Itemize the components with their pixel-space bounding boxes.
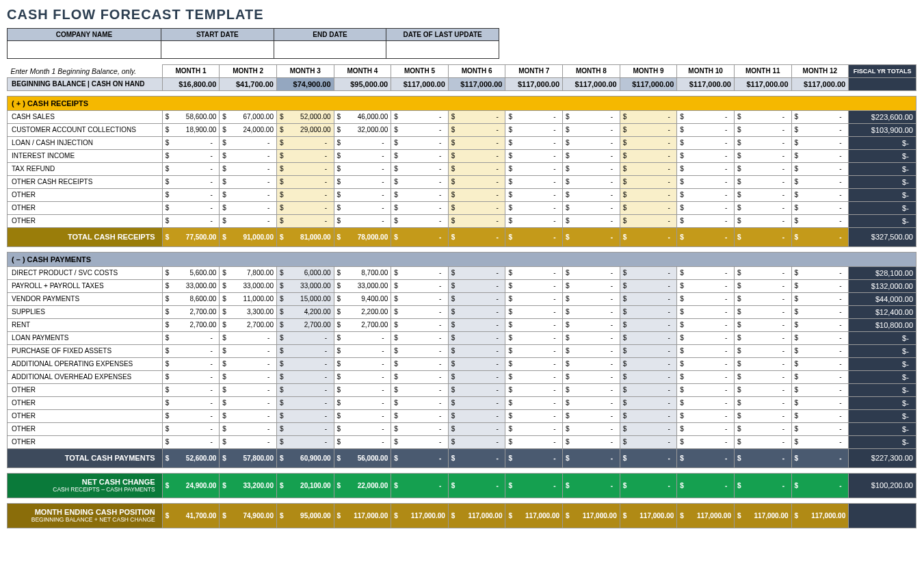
value-cell[interactable]: $78,000.00: [334, 227, 391, 246]
value-cell[interactable]: $-: [505, 409, 563, 422]
value-cell[interactable]: $-: [677, 123, 735, 136]
value-cell[interactable]: $-: [791, 201, 849, 214]
value-cell[interactable]: $-: [391, 162, 449, 175]
value-cell[interactable]: $-: [391, 344, 449, 357]
value-cell[interactable]: $-: [505, 435, 563, 448]
value-cell[interactable]: $33,000.00: [334, 279, 391, 292]
value-cell[interactable]: $-: [162, 149, 220, 162]
row-label[interactable]: OTHER: [8, 201, 163, 214]
value-cell[interactable]: $-: [505, 396, 563, 409]
value-cell[interactable]: $-: [620, 448, 677, 467]
value-cell[interactable]: $-: [620, 383, 677, 396]
value-cell[interactable]: $-: [791, 331, 849, 344]
value-cell[interactable]: $-: [677, 214, 735, 227]
value-cell[interactable]: $-: [162, 214, 220, 227]
value-cell[interactable]: $32,000.00: [334, 123, 391, 136]
value-cell[interactable]: $-: [162, 409, 220, 422]
value-cell[interactable]: $-: [563, 279, 620, 292]
value-cell[interactable]: $-: [734, 214, 791, 227]
value-cell[interactable]: $81,000.00: [276, 227, 334, 246]
value-cell[interactable]: $-: [391, 305, 449, 318]
value-cell[interactable]: $-: [677, 175, 735, 188]
value-cell[interactable]: $2,700.00: [276, 318, 334, 331]
value-cell[interactable]: $-: [162, 188, 220, 201]
info-input[interactable]: [274, 41, 386, 59]
value-cell[interactable]: $-: [391, 110, 449, 123]
value-cell[interactable]: $-: [276, 136, 334, 149]
row-label[interactable]: OTHER: [8, 435, 163, 448]
value-cell[interactable]: $-: [791, 473, 849, 498]
beginning-balance-value[interactable]: $117,000.00: [620, 77, 677, 90]
value-cell[interactable]: $-: [791, 227, 849, 246]
value-cell[interactable]: $-: [563, 435, 620, 448]
value-cell[interactable]: $-: [677, 357, 735, 370]
value-cell[interactable]: $-: [220, 357, 277, 370]
value-cell[interactable]: $-: [448, 305, 505, 318]
value-cell[interactable]: $-: [734, 266, 791, 279]
value-cell[interactable]: $-: [563, 383, 620, 396]
value-cell[interactable]: $-: [448, 214, 505, 227]
value-cell[interactable]: $-: [563, 344, 620, 357]
row-label[interactable]: RENT: [8, 318, 163, 331]
value-cell[interactable]: $-: [791, 214, 849, 227]
value-cell[interactable]: $-: [276, 383, 334, 396]
value-cell[interactable]: $-: [505, 188, 563, 201]
value-cell[interactable]: $-: [620, 473, 677, 498]
row-label[interactable]: PAYROLL + PAYROLL TAXES: [8, 279, 163, 292]
value-cell[interactable]: $-: [220, 383, 277, 396]
value-cell[interactable]: $-: [791, 409, 849, 422]
value-cell[interactable]: $-: [334, 162, 391, 175]
value-cell[interactable]: $-: [620, 279, 677, 292]
value-cell[interactable]: $-: [620, 370, 677, 383]
value-cell[interactable]: $-: [334, 331, 391, 344]
value-cell[interactable]: $-: [334, 370, 391, 383]
value-cell[interactable]: $-: [276, 188, 334, 201]
value-cell[interactable]: $-: [734, 331, 791, 344]
value-cell[interactable]: $-: [448, 422, 505, 435]
value-cell[interactable]: $-: [391, 149, 449, 162]
value-cell[interactable]: $-: [620, 396, 677, 409]
value-cell[interactable]: $-: [791, 162, 849, 175]
value-cell[interactable]: $-: [791, 422, 849, 435]
value-cell[interactable]: $-: [391, 214, 449, 227]
value-cell[interactable]: $117,000.00: [620, 503, 677, 528]
value-cell[interactable]: $4,200.00: [276, 305, 334, 318]
value-cell[interactable]: $-: [563, 448, 620, 467]
value-cell[interactable]: $-: [505, 448, 563, 467]
value-cell[interactable]: $-: [162, 435, 220, 448]
value-cell[interactable]: $6,000.00: [276, 266, 334, 279]
value-cell[interactable]: $-: [791, 266, 849, 279]
value-cell[interactable]: $-: [276, 422, 334, 435]
value-cell[interactable]: $15,000.00: [276, 292, 334, 305]
value-cell[interactable]: $-: [391, 370, 449, 383]
value-cell[interactable]: $-: [791, 136, 849, 149]
value-cell[interactable]: $-: [734, 175, 791, 188]
value-cell[interactable]: $-: [734, 409, 791, 422]
value-cell[interactable]: $-: [505, 318, 563, 331]
value-cell[interactable]: $-: [505, 357, 563, 370]
value-cell[interactable]: $-: [334, 383, 391, 396]
value-cell[interactable]: $-: [220, 370, 277, 383]
value-cell[interactable]: $-: [791, 175, 849, 188]
value-cell[interactable]: $91,000.00: [220, 227, 277, 246]
value-cell[interactable]: $11,000.00: [220, 292, 277, 305]
value-cell[interactable]: $-: [620, 305, 677, 318]
row-label[interactable]: LOAN / CASH INJECTION: [8, 136, 163, 149]
value-cell[interactable]: $-: [563, 357, 620, 370]
row-label[interactable]: ADDITIONAL OVERHEAD EXPENSES: [8, 370, 163, 383]
value-cell[interactable]: $-: [677, 292, 735, 305]
value-cell[interactable]: $-: [448, 473, 505, 498]
row-label[interactable]: OTHER: [8, 383, 163, 396]
value-cell[interactable]: $46,000.00: [334, 110, 391, 123]
value-cell[interactable]: $-: [505, 473, 563, 498]
value-cell[interactable]: $-: [620, 136, 677, 149]
value-cell[interactable]: $-: [391, 448, 449, 467]
value-cell[interactable]: $-: [220, 188, 277, 201]
value-cell[interactable]: $-: [677, 188, 735, 201]
beginning-balance-value[interactable]: $117,000.00: [677, 77, 735, 90]
value-cell[interactable]: $-: [677, 162, 735, 175]
value-cell[interactable]: $-: [334, 136, 391, 149]
beginning-balance-value[interactable]: $117,000.00: [563, 77, 620, 90]
value-cell[interactable]: $-: [220, 162, 277, 175]
value-cell[interactable]: $-: [677, 227, 735, 246]
